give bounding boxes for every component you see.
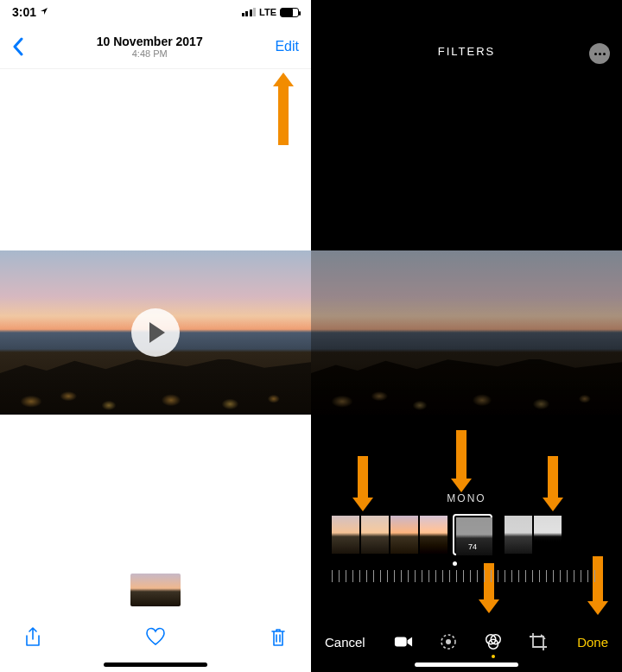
play-icon bbox=[149, 322, 165, 343]
share-icon bbox=[24, 627, 41, 648]
filter-thumb-selected[interactable]: 74 bbox=[453, 514, 492, 555]
location-icon bbox=[40, 7, 48, 16]
signal-icon bbox=[242, 8, 257, 16]
photo-edit-preview[interactable] bbox=[311, 250, 622, 415]
photo-edit-screen: FILTERS MONO 74 Cancel bbox=[311, 0, 622, 672]
annotation-arrow bbox=[278, 85, 289, 145]
status-time: 3:01 bbox=[12, 5, 48, 19]
edit-mode-title: FILTERS bbox=[438, 45, 496, 58]
delete-button[interactable] bbox=[270, 627, 287, 648]
annotation-arrow bbox=[456, 430, 466, 480]
back-button[interactable] bbox=[12, 37, 24, 56]
edit-tool-group bbox=[365, 632, 577, 651]
carrier-text: LTE bbox=[259, 7, 276, 17]
crop-tool-button[interactable] bbox=[529, 632, 548, 651]
filter-thumb[interactable] bbox=[420, 516, 447, 554]
filtered-image bbox=[311, 250, 622, 415]
video-tool-button[interactable] bbox=[394, 632, 413, 651]
scrubber-thumb[interactable] bbox=[130, 574, 181, 606]
done-button[interactable]: Done bbox=[577, 635, 608, 650]
photo-viewer-screen: 3:01 LTE 10 November 2017 4:48 PM Edit bbox=[0, 0, 311, 672]
filter-thumb[interactable] bbox=[534, 516, 562, 554]
thumbnail-scrubber[interactable] bbox=[0, 568, 311, 612]
filters-tool-button[interactable] bbox=[484, 632, 503, 651]
photo-date: 10 November 2017 bbox=[24, 35, 275, 48]
chevron-left-icon bbox=[12, 37, 24, 56]
video-icon bbox=[394, 635, 413, 649]
battery-icon bbox=[280, 8, 299, 17]
home-indicator[interactable] bbox=[415, 662, 518, 667]
adjust-tool-button[interactable] bbox=[439, 632, 458, 651]
nav-title: 10 November 2017 4:48 PM bbox=[24, 35, 275, 59]
home-indicator[interactable] bbox=[104, 662, 207, 667]
slider-origin-dot bbox=[453, 561, 457, 566]
photo-time: 4:48 PM bbox=[24, 48, 275, 59]
edit-header: FILTERS bbox=[311, 45, 622, 58]
filter-thumb[interactable] bbox=[332, 516, 359, 554]
photo-preview[interactable] bbox=[0, 250, 311, 415]
favorite-button[interactable] bbox=[145, 627, 166, 646]
edit-button[interactable]: Edit bbox=[275, 39, 299, 54]
nav-bar: 10 November 2017 4:48 PM Edit bbox=[0, 24, 311, 69]
active-filter-name: MONO bbox=[311, 492, 622, 504]
crop-icon bbox=[529, 632, 548, 651]
trash-icon bbox=[270, 627, 287, 648]
status-bar: 3:01 LTE bbox=[0, 0, 311, 24]
svg-point-2 bbox=[446, 639, 451, 644]
play-button[interactable] bbox=[131, 308, 180, 357]
filter-thumb[interactable] bbox=[361, 516, 389, 554]
svg-rect-0 bbox=[395, 637, 407, 647]
clock-text: 3:01 bbox=[12, 5, 36, 19]
slider-ticks bbox=[332, 570, 601, 582]
heart-icon bbox=[145, 627, 166, 646]
filter-intensity-value: 74 bbox=[468, 542, 477, 551]
filter-carousel[interactable]: 74 bbox=[332, 515, 601, 555]
share-button[interactable] bbox=[24, 627, 41, 648]
intensity-slider[interactable] bbox=[332, 567, 601, 586]
filter-thumb[interactable] bbox=[390, 516, 418, 554]
status-right: LTE bbox=[242, 7, 299, 17]
filters-icon bbox=[484, 632, 503, 651]
adjust-icon bbox=[439, 632, 458, 651]
filter-thumb[interactable] bbox=[505, 516, 532, 554]
more-button[interactable] bbox=[589, 43, 610, 64]
cancel-button[interactable]: Cancel bbox=[325, 635, 365, 650]
